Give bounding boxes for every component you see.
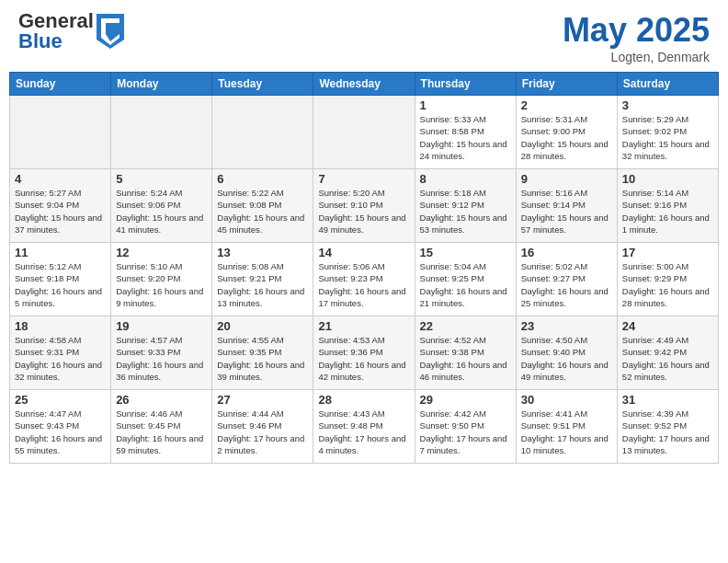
- day-number: 1: [420, 98, 511, 112]
- calendar-cell: 22Sunrise: 4:52 AMSunset: 9:38 PMDayligh…: [415, 316, 516, 390]
- col-friday: Friday: [516, 73, 617, 96]
- calendar-cell: 4Sunrise: 5:27 AMSunset: 9:04 PMDaylight…: [10, 169, 111, 243]
- calendar-week-row: 4Sunrise: 5:27 AMSunset: 9:04 PMDaylight…: [10, 169, 719, 243]
- day-info: Sunrise: 4:44 AMSunset: 9:46 PMDaylight:…: [217, 408, 308, 456]
- col-thursday: Thursday: [415, 73, 516, 96]
- calendar-cell: 25Sunrise: 4:47 AMSunset: 9:43 PMDayligh…: [10, 390, 111, 464]
- day-info: Sunrise: 5:14 AMSunset: 9:16 PMDaylight:…: [622, 187, 713, 236]
- day-info: Sunrise: 5:10 AMSunset: 9:20 PMDaylight:…: [116, 260, 207, 309]
- calendar-cell: 3Sunrise: 5:29 AMSunset: 9:02 PMDaylight…: [617, 96, 718, 169]
- day-info: Sunrise: 4:58 AMSunset: 9:31 PMDaylight:…: [15, 334, 106, 383]
- day-info: Sunrise: 5:02 AMSunset: 9:27 PMDaylight:…: [521, 260, 612, 309]
- day-number: 7: [318, 172, 409, 186]
- day-number: 28: [318, 393, 409, 407]
- calendar-cell: 9Sunrise: 5:16 AMSunset: 9:14 PMDaylight…: [516, 169, 617, 243]
- calendar-week-row: 1Sunrise: 5:33 AMSunset: 8:58 PMDaylight…: [10, 96, 719, 169]
- logo-blue: Blue: [18, 29, 63, 52]
- calendar-cell: 20Sunrise: 4:55 AMSunset: 9:35 PMDayligh…: [212, 316, 313, 390]
- day-number: 2: [521, 98, 612, 112]
- calendar-cell: 6Sunrise: 5:22 AMSunset: 9:08 PMDaylight…: [212, 169, 313, 243]
- calendar-cell: 16Sunrise: 5:02 AMSunset: 9:27 PMDayligh…: [516, 243, 617, 316]
- day-number: 27: [217, 393, 308, 407]
- day-number: 22: [420, 319, 511, 333]
- calendar-cell: 28Sunrise: 4:43 AMSunset: 9:48 PMDayligh…: [313, 390, 415, 464]
- day-number: 26: [116, 393, 207, 407]
- day-info: Sunrise: 5:20 AMSunset: 9:10 PMDaylight:…: [318, 187, 409, 236]
- day-number: 15: [420, 246, 511, 259]
- day-info: Sunrise: 4:52 AMSunset: 9:38 PMDaylight:…: [420, 334, 511, 383]
- day-info: Sunrise: 4:50 AMSunset: 9:40 PMDaylight:…: [521, 334, 612, 383]
- title-area: May 2025 Logten, Denmark: [563, 11, 710, 64]
- calendar-cell: 29Sunrise: 4:42 AMSunset: 9:50 PMDayligh…: [415, 390, 516, 464]
- col-saturday: Saturday: [617, 73, 718, 96]
- day-info: Sunrise: 4:39 AMSunset: 9:52 PMDaylight:…: [622, 408, 713, 456]
- day-number: 3: [622, 98, 713, 112]
- day-info: Sunrise: 5:08 AMSunset: 9:21 PMDaylight:…: [217, 260, 308, 309]
- calendar-cell: 21Sunrise: 4:53 AMSunset: 9:36 PMDayligh…: [313, 316, 415, 390]
- day-info: Sunrise: 5:33 AMSunset: 8:58 PMDaylight:…: [420, 113, 511, 162]
- calendar-cell: 18Sunrise: 4:58 AMSunset: 9:31 PMDayligh…: [10, 316, 111, 390]
- calendar-cell: 14Sunrise: 5:06 AMSunset: 9:23 PMDayligh…: [313, 243, 415, 316]
- calendar-cell: 19Sunrise: 4:57 AMSunset: 9:33 PMDayligh…: [111, 316, 212, 390]
- day-info: Sunrise: 5:24 AMSunset: 9:06 PMDaylight:…: [116, 187, 207, 236]
- day-number: 4: [15, 172, 106, 186]
- calendar-cell: 13Sunrise: 5:08 AMSunset: 9:21 PMDayligh…: [212, 243, 313, 316]
- calendar-cell: 7Sunrise: 5:20 AMSunset: 9:10 PMDaylight…: [313, 169, 415, 243]
- day-info: Sunrise: 5:12 AMSunset: 9:18 PMDaylight:…: [15, 260, 106, 309]
- day-info: Sunrise: 4:55 AMSunset: 9:35 PMDaylight:…: [217, 334, 308, 383]
- day-info: Sunrise: 5:06 AMSunset: 9:23 PMDaylight:…: [318, 260, 409, 309]
- day-info: Sunrise: 5:31 AMSunset: 9:00 PMDaylight:…: [521, 113, 612, 162]
- day-number: 20: [217, 319, 308, 333]
- calendar-cell: 1Sunrise: 5:33 AMSunset: 8:58 PMDaylight…: [415, 96, 516, 169]
- calendar-cell: 23Sunrise: 4:50 AMSunset: 9:40 PMDayligh…: [516, 316, 617, 390]
- calendar-cell: 17Sunrise: 5:00 AMSunset: 9:29 PMDayligh…: [617, 243, 718, 316]
- header: General Blue May 2025 Logten, Denmark: [0, 0, 728, 72]
- calendar-cell: 30Sunrise: 4:41 AMSunset: 9:51 PMDayligh…: [516, 390, 617, 464]
- calendar-cell: [313, 96, 415, 169]
- day-number: 21: [318, 319, 409, 333]
- calendar-cell: 31Sunrise: 4:39 AMSunset: 9:52 PMDayligh…: [617, 390, 718, 464]
- day-info: Sunrise: 4:53 AMSunset: 9:36 PMDaylight:…: [318, 334, 409, 383]
- col-monday: Monday: [111, 73, 212, 96]
- day-number: 30: [521, 393, 612, 407]
- day-number: 18: [15, 319, 106, 333]
- calendar-table: Sunday Monday Tuesday Wednesday Thursday…: [9, 72, 719, 464]
- calendar-cell: 8Sunrise: 5:18 AMSunset: 9:12 PMDaylight…: [415, 169, 516, 243]
- calendar-header-row: Sunday Monday Tuesday Wednesday Thursday…: [10, 73, 719, 96]
- day-number: 13: [217, 246, 308, 259]
- day-number: 19: [116, 319, 207, 333]
- day-info: Sunrise: 4:57 AMSunset: 9:33 PMDaylight:…: [116, 334, 207, 383]
- calendar-wrapper: Sunday Monday Tuesday Wednesday Thursday…: [0, 72, 728, 471]
- day-info: Sunrise: 5:18 AMSunset: 9:12 PMDaylight:…: [420, 187, 511, 236]
- calendar-cell: 2Sunrise: 5:31 AMSunset: 9:00 PMDaylight…: [516, 96, 617, 169]
- day-number: 5: [116, 172, 207, 186]
- day-number: 6: [217, 172, 308, 186]
- day-info: Sunrise: 4:43 AMSunset: 9:48 PMDaylight:…: [318, 408, 409, 456]
- day-info: Sunrise: 5:04 AMSunset: 9:25 PMDaylight:…: [420, 260, 511, 309]
- location: Logten, Denmark: [563, 50, 710, 64]
- day-number: 17: [622, 246, 713, 259]
- day-info: Sunrise: 4:42 AMSunset: 9:50 PMDaylight:…: [420, 408, 511, 456]
- calendar-cell: 12Sunrise: 5:10 AMSunset: 9:20 PMDayligh…: [111, 243, 212, 316]
- calendar-cell: 27Sunrise: 4:44 AMSunset: 9:46 PMDayligh…: [212, 390, 313, 464]
- day-info: Sunrise: 4:41 AMSunset: 9:51 PMDaylight:…: [521, 408, 612, 456]
- col-tuesday: Tuesday: [212, 73, 313, 96]
- col-wednesday: Wednesday: [313, 73, 415, 96]
- day-number: 12: [116, 246, 207, 259]
- day-number: 16: [521, 246, 612, 259]
- day-number: 23: [521, 319, 612, 333]
- day-info: Sunrise: 4:46 AMSunset: 9:45 PMDaylight:…: [116, 408, 207, 456]
- calendar-cell: 5Sunrise: 5:24 AMSunset: 9:06 PMDaylight…: [111, 169, 212, 243]
- col-sunday: Sunday: [10, 73, 111, 96]
- calendar-week-row: 11Sunrise: 5:12 AMSunset: 9:18 PMDayligh…: [10, 243, 719, 316]
- day-info: Sunrise: 4:47 AMSunset: 9:43 PMDaylight:…: [15, 408, 106, 456]
- day-info: Sunrise: 5:16 AMSunset: 9:14 PMDaylight:…: [521, 187, 612, 236]
- month-title: May 2025: [563, 11, 710, 50]
- calendar-week-row: 18Sunrise: 4:58 AMSunset: 9:31 PMDayligh…: [10, 316, 719, 390]
- calendar-cell: 10Sunrise: 5:14 AMSunset: 9:16 PMDayligh…: [617, 169, 718, 243]
- day-number: 25: [15, 393, 106, 407]
- day-info: Sunrise: 5:29 AMSunset: 9:02 PMDaylight:…: [622, 113, 713, 162]
- calendar-cell: 11Sunrise: 5:12 AMSunset: 9:18 PMDayligh…: [10, 243, 111, 316]
- day-number: 24: [622, 319, 713, 333]
- day-number: 11: [15, 246, 106, 259]
